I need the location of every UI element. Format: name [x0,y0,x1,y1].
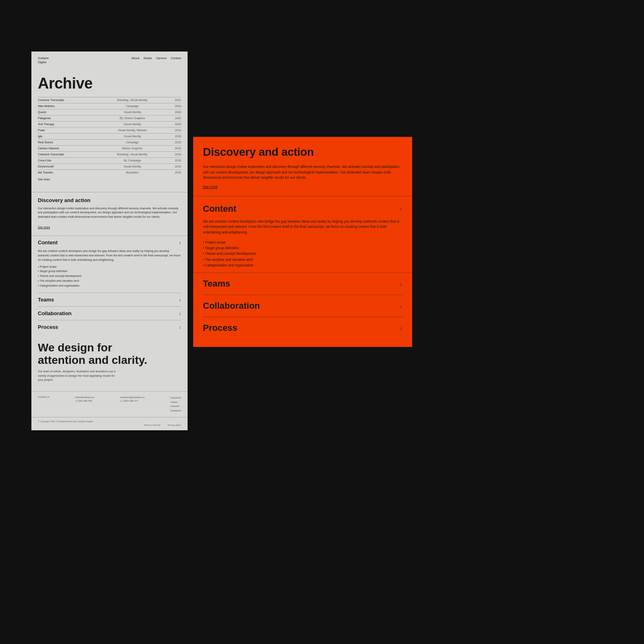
left-bottom-bar: © Copyright 2020 | All Rights Reserved |… [31,417,188,430]
tagline-subtext: Our team of artists, designers, illustra… [38,369,118,382]
right-content-accordion-header[interactable]: Content ↑ [203,204,402,214]
archive-row[interactable]: QuartzVisual Identity2020 [38,109,181,115]
right-teams-label: Teams [203,279,230,289]
process-label: Process [38,324,58,330]
collaboration-down-arrow-icon: ↓ [179,311,182,316]
nav-links: About Studio Careers Contact [132,56,181,60]
archive-row[interactable]: Cohesive TranscriptsBranding, Visual Ide… [38,97,181,103]
archive-row[interactable]: PulseVisual Identity, Website2019 [38,127,181,133]
left-footer: Contact us hello@solitaire.co +1 554 266… [31,391,188,417]
teams-down-arrow-icon: ↓ [179,297,182,302]
discovery-title: Discovery and action [38,197,181,203]
right-content-list-item: Target group definition [203,245,402,251]
right-discovery-title: Discovery and action [203,146,402,159]
process-accordion[interactable]: Process ↓ [38,320,181,334]
collaboration-accordion[interactable]: Collaboration ↓ [38,306,181,320]
social-link[interactable]: Instagram [170,409,181,413]
right-content-list: Project scopeTarget group definitionThem… [203,239,402,268]
archive-row[interactable]: Nike AthleticsCampaign2020 [38,103,181,109]
footer-contact-label: Contact us [38,396,50,398]
left-panel: Solitaire Digital About Studio Careers C… [31,52,188,430]
right-content-list-item: The storyline and narrative arch [203,257,402,262]
right-content-title: Content [203,204,236,214]
right-collaboration-label: Collaboration [203,301,260,311]
archive-title: Archive [38,75,181,92]
content-list-item: Project scope [38,265,181,269]
privacy-link[interactable]: Privacy policy [167,424,181,426]
right-panel: Discovery and action Our interaction des… [193,137,412,347]
footer-legal-links: Terms of Service Privacy policy [144,420,181,427]
logo: Solitaire Digital [38,56,49,64]
right-process-down-arrow-icon: ↓ [400,325,402,331]
nav-careers[interactable]: Careers [156,56,167,60]
archive-row[interactable]: Text TherapyVisual Identity2020 [38,121,181,127]
right-process-accordion[interactable]: Process ↓ [203,317,402,339]
teams-accordion[interactable]: Teams ↓ [38,293,181,306]
archive-row[interactable]: DeutschcraftVisual Identity2019 [38,163,181,169]
archive-row[interactable]: Real StoriesCampaign2019 [38,139,181,145]
right-teams-accordion[interactable]: Teams ↓ [203,273,402,295]
archive-see-more[interactable]: See more [38,178,181,181]
left-nav: Solitaire Digital About Studio Careers C… [31,52,188,68]
discovery-section: Discovery and action Our interaction des… [31,192,188,236]
nav-studio[interactable]: Studio [143,56,152,60]
archive-row[interactable]: IgloVisual Identity2019 [38,133,181,139]
right-content-list-item: Categorization and organization [203,262,402,268]
right-process-label: Process [203,323,237,333]
tagline-text: We design for attention and clarity. [38,342,181,367]
terms-link[interactable]: Terms of Service [144,424,161,426]
teams-label: Teams [38,297,54,303]
archive-row[interactable]: Coca-Cola3d, Campaign2019 [38,157,181,163]
right-collaboration-accordion[interactable]: Collaboration ↓ [203,295,402,317]
footer-address: hello@solitaire.co +1 554 266 446 [75,396,94,403]
content-accordion-title: Content [38,239,58,246]
archive-table: Cohesive TranscriptsBranding, Visual Ide… [38,97,181,175]
archive-section: Archive Cohesive TranscriptsBranding, Vi… [31,68,188,192]
right-see-more[interactable]: See more [203,185,402,189]
footer-social: FacebookTwitterLinkedInInstagram [170,396,181,413]
right-content-list-item: Project scope [203,239,402,245]
right-content-list-item: Theme and concept development [203,251,402,256]
archive-row[interactable]: Cohesive TranscriptsBranding, Visual Ide… [38,151,181,157]
content-list: Project scopeTarget group definitionThem… [38,265,181,288]
content-list-item: Categorization and organization [38,284,181,288]
nav-about[interactable]: About [132,56,140,60]
social-link[interactable]: LinkedIn [170,404,181,409]
content-list-item: Theme and concept development [38,274,181,279]
discovery-text: Our interaction design invites explorati… [38,206,181,220]
right-discovery-section: Discovery and action Our interaction des… [193,137,412,196]
social-link[interactable]: Twitter [170,400,181,405]
copyright-text: © Copyright 2020 | All Rights Reserved |… [38,420,93,427]
content-list-item: The storyline and narrative arch [38,279,181,283]
right-content-section: Content ↑ We are creative content develo… [193,196,412,272]
right-content-up-arrow-icon: ↑ [400,206,402,212]
content-accordion: Content ↑ We are creative content develo… [31,235,188,334]
archive-row[interactable]: Cartoon NetworkMotion Graphics2019 [38,145,181,151]
right-content-body-text: We are creative content developers who b… [203,219,402,235]
archive-row[interactable]: We TransferIllustration2019 [38,169,181,175]
right-collaboration-down-arrow-icon: ↓ [400,303,402,309]
tagline-section: We design for attention and clarity. Our… [31,334,188,387]
discovery-see-more[interactable]: See more [38,226,50,229]
archive-row[interactable]: Patagonia3D, Motion Graphics2020 [38,115,181,121]
social-link[interactable]: Facebook [170,396,181,400]
footer-marketing: marketing@solitaire.co +1 2554 266 477 [120,396,144,403]
nav-contact[interactable]: Contact [171,56,181,60]
process-down-arrow-icon: ↓ [179,324,182,329]
collaboration-label: Collaboration [38,310,72,316]
content-body-text: We are creative content developers who b… [38,250,180,261]
content-up-arrow-icon: ↑ [179,240,182,245]
content-accordion-body: We are creative content developers who b… [38,249,181,293]
content-list-item: Target group definition [38,269,181,274]
right-teams-down-arrow-icon: ↓ [400,281,402,287]
right-accordion-section: Teams ↓ Collaboration ↓ Process ↓ [193,272,412,339]
right-discovery-text: Our interaction design invites explorati… [203,164,402,181]
content-accordion-header[interactable]: Content ↑ [38,236,181,249]
